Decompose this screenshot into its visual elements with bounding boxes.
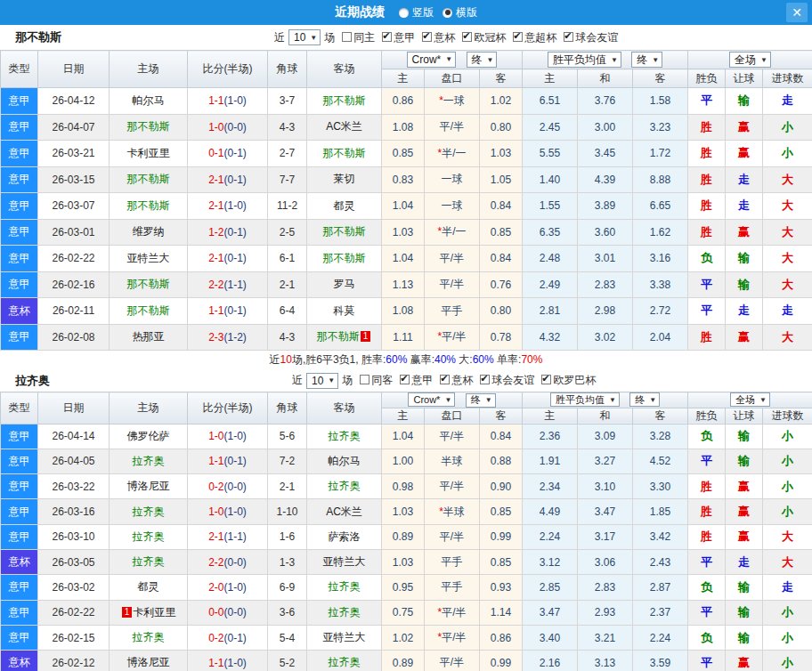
avg-type-select[interactable]: 胜平负均值▼ xyxy=(548,52,621,68)
scope-select[interactable]: 全场▼ xyxy=(730,392,770,407)
games-label: 场 xyxy=(324,30,335,45)
col-type: 类型 xyxy=(1,51,38,88)
avg-final-select[interactable]: 终▼ xyxy=(629,392,660,407)
odds-final-select[interactable]: 终▼ xyxy=(467,52,498,68)
filter-checkbox[interactable] xyxy=(360,375,369,384)
corner-count: 3-6 xyxy=(268,600,307,625)
result-goals: 大 xyxy=(763,219,812,246)
radio-horizontal-layout[interactable] xyxy=(443,8,452,18)
col-result: 胜负 xyxy=(688,69,726,88)
filter-checkbox[interactable] xyxy=(513,32,523,42)
home-team: 那不勒斯 xyxy=(110,298,188,325)
match-count-select[interactable]: 10▼ xyxy=(288,29,321,45)
corner-count: 2-7 xyxy=(268,141,307,167)
avg-draw-odds: 3.09 xyxy=(578,424,633,449)
odds-final-select[interactable]: 终▼ xyxy=(466,393,496,408)
corner-count: 2-1 xyxy=(268,474,307,499)
match-date: 26-02-16 xyxy=(38,271,110,298)
away-odds: 0.86 xyxy=(480,625,523,650)
result-goals: 大 xyxy=(763,549,812,574)
match-score: 1-1(0-1) xyxy=(188,298,268,325)
filter-checkbox[interactable] xyxy=(462,32,472,42)
result-handicap: 赢 xyxy=(726,219,763,246)
corner-count: 3-7 xyxy=(268,88,307,115)
filter-label[interactable]: 球会友谊 xyxy=(491,374,534,386)
avg-draw-odds: 3.47 xyxy=(578,499,633,524)
filter-checkbox[interactable] xyxy=(382,32,392,42)
away-team: 那不勒斯 xyxy=(307,88,382,115)
filter-checkbox[interactable] xyxy=(400,375,410,384)
filter-label[interactable]: 同客 xyxy=(371,374,393,386)
section-header: 那不勒斯 近 10▼ 场 同主意甲意杯欧冠杯意超杯球会友谊 xyxy=(0,25,812,50)
corner-count: 1-3 xyxy=(268,549,307,574)
avg-type-select[interactable]: 胜平负均值▼ xyxy=(550,392,620,407)
match-score: 2-0(1-0) xyxy=(188,575,268,600)
filter-checkbox[interactable] xyxy=(342,32,352,42)
filter-label[interactable]: 意超杯 xyxy=(524,31,556,44)
result-handicap: 赢 xyxy=(726,474,763,499)
filter-checkbox[interactable] xyxy=(422,32,432,42)
avg-draw-odds: 3.10 xyxy=(578,474,633,499)
corner-count: 6-1 xyxy=(268,246,307,272)
team-name: 拉齐奥 xyxy=(15,373,50,389)
away-team: 亚特兰大 xyxy=(307,549,382,574)
filter-checkbox[interactable] xyxy=(440,375,450,384)
handicap-line: 一球 xyxy=(425,193,480,220)
filter-checkbox[interactable] xyxy=(541,375,551,384)
radio-horizontal-label[interactable]: 横版 xyxy=(456,5,477,20)
result-wdl: 负 xyxy=(688,246,726,272)
result-handicap: 输 xyxy=(726,575,763,600)
filter-checkbox[interactable] xyxy=(564,32,573,42)
home-odds: 0.89 xyxy=(382,651,425,671)
filter-label[interactable]: 球会友谊 xyxy=(575,31,618,44)
home-odds: 0.85 xyxy=(382,141,425,167)
match-score: 2-3(1-2) xyxy=(188,324,268,351)
result-handicap: 赢 xyxy=(726,524,763,549)
avg-final-select[interactable]: 终▼ xyxy=(631,52,662,68)
away-team: 拉齐奥 xyxy=(307,474,382,499)
match-score: 2-1(1-0) xyxy=(188,193,268,220)
match-row: 意甲 26-04-12 帕尔马 1-1(1-0) 3-7 那不勒斯 0.86 *… xyxy=(1,88,812,115)
result-wdl: 胜 xyxy=(688,219,726,246)
filter-checkbox[interactable] xyxy=(480,375,490,384)
col-result: 胜负 xyxy=(688,408,726,424)
result-wdl: 胜 xyxy=(688,114,726,141)
filter-label[interactable]: 意甲 xyxy=(411,374,433,386)
filter-label[interactable]: 欧罗巴杯 xyxy=(553,374,596,386)
result-handicap: 输 xyxy=(726,424,763,449)
away-odds: 0.80 xyxy=(480,298,523,325)
result-handicap: 输 xyxy=(726,88,763,115)
home-team: 博洛尼亚 xyxy=(110,651,188,671)
close-icon[interactable]: ✕ xyxy=(786,3,808,22)
away-odds: 1.05 xyxy=(480,166,523,193)
avg-home-odds: 2.34 xyxy=(523,474,578,499)
filter-label[interactable]: 意杯 xyxy=(451,374,473,386)
filter-label[interactable]: 意杯 xyxy=(434,31,455,44)
filter-label[interactable]: 同主 xyxy=(353,31,375,44)
section-napoli: 那不勒斯 近 10▼ 场 同主意甲意杯欧冠杯意超杯球会友谊 类型 日期 主场 比… xyxy=(0,25,812,369)
avg-draw-odds: 3.76 xyxy=(578,88,633,115)
match-date: 26-04-05 xyxy=(38,449,110,473)
odds-company-select[interactable]: Crow*▼ xyxy=(408,392,455,407)
result-handicap: 走 xyxy=(726,549,763,574)
scope-select[interactable]: 全场▼ xyxy=(729,52,771,68)
home-odds: 1.13 xyxy=(382,271,425,298)
avg-away-odds: 1.58 xyxy=(633,88,688,115)
filter-label[interactable]: 欧冠杯 xyxy=(474,31,506,44)
away-team: 拉齐奥 xyxy=(307,600,382,625)
corner-count: 1-6 xyxy=(268,524,307,549)
match-date: 26-04-14 xyxy=(38,424,110,449)
result-goals: 小 xyxy=(763,474,812,499)
filter-label[interactable]: 意甲 xyxy=(394,31,415,44)
match-count-select[interactable]: 10▼ xyxy=(306,373,338,389)
titlebar: 近期战绩 竖版 横版 ✕ xyxy=(0,0,812,25)
result-wdl: 平 xyxy=(688,271,726,298)
avg-away-odds: 3.42 xyxy=(633,524,688,549)
radio-vertical-label[interactable]: 竖版 xyxy=(412,5,434,20)
away-odds: 0.90 xyxy=(480,474,523,499)
corner-count: 1-10 xyxy=(268,499,307,524)
col-handicap-result: 让球 xyxy=(726,69,763,88)
avg-away-odds: 3.28 xyxy=(633,424,688,449)
odds-company-select[interactable]: Crow*▼ xyxy=(407,52,457,68)
radio-vertical-layout[interactable] xyxy=(399,8,409,18)
